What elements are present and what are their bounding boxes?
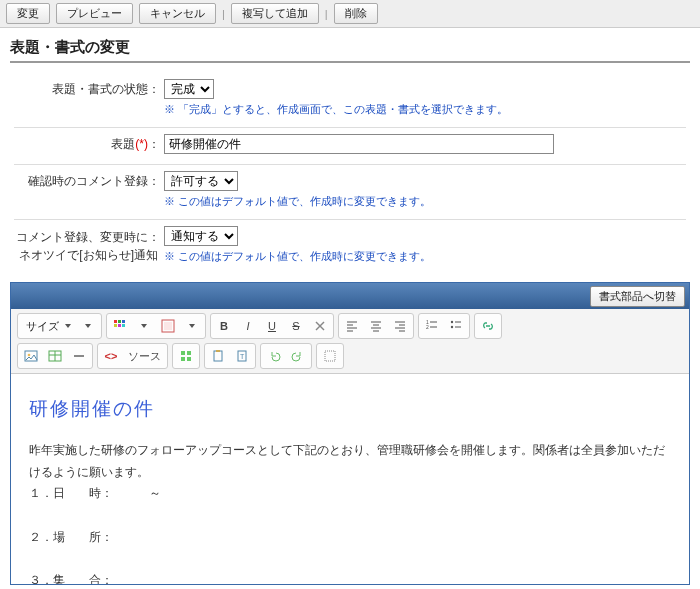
content-item: １．日 時： ～	[29, 483, 671, 505]
svg-rect-40	[214, 351, 222, 361]
preview-button[interactable]: プレビュー	[56, 3, 133, 24]
label-title: 表題(*)：	[14, 134, 164, 153]
svg-rect-5	[122, 324, 125, 327]
ordered-list-icon[interactable]: 12	[421, 316, 443, 336]
editor-toolbar: サイズ B I U S	[11, 309, 689, 374]
hr-icon[interactable]	[68, 346, 90, 366]
underline-icon[interactable]: U	[261, 316, 283, 336]
switch-parts-button[interactable]: 書式部品へ切替	[590, 286, 685, 307]
editor-header: 書式部品へ切替	[11, 283, 689, 309]
content-item: ３．集 合：	[29, 570, 671, 584]
delete-button[interactable]: 削除	[334, 3, 378, 24]
align-right-icon[interactable]	[389, 316, 411, 336]
hint-state: ※ 「完成」とすると、作成画面で、この表題・書式を選択できます。	[164, 102, 686, 117]
svg-rect-7	[164, 322, 172, 330]
svg-rect-38	[181, 357, 185, 361]
row-notify: コメント登録、変更時に： ネオツイで[お知らせ]通知 通知する ※ この値はデフ…	[14, 220, 686, 274]
svg-rect-36	[181, 351, 185, 355]
duplicate-button[interactable]: 複写して追加	[231, 3, 319, 24]
row-confirm-comment: 確認時のコメント登録： 許可する ※ この値はデフォルト値で、作成時に変更できま…	[14, 165, 686, 220]
content-item: ２．場 所：	[29, 527, 671, 549]
italic-icon[interactable]: I	[237, 316, 259, 336]
text-color-caret[interactable]	[133, 316, 155, 336]
hint-confirm-comment: ※ この値はデフォルト値で、作成時に変更できます。	[164, 194, 686, 209]
cancel-button[interactable]: キャンセル	[139, 3, 216, 24]
show-blocks-icon[interactable]	[319, 346, 341, 366]
redo-icon[interactable]	[287, 346, 309, 366]
paste-text-icon[interactable]: T	[231, 346, 253, 366]
page-title: 表題・書式の変更	[10, 34, 690, 63]
editor-body[interactable]: 研修開催の件 昨年実施した研修のフォローアップコースとして下記のとおり、管理職研…	[11, 374, 689, 584]
paste-icon[interactable]	[207, 346, 229, 366]
svg-rect-0	[114, 320, 117, 323]
select-notify[interactable]: 通知する	[164, 226, 238, 246]
font-size-combo[interactable]: サイズ	[20, 316, 75, 336]
label-state: 表題・書式の状態：	[14, 79, 164, 98]
bg-color-icon[interactable]	[157, 316, 179, 336]
align-left-icon[interactable]	[341, 316, 363, 336]
source-button[interactable]: ソース	[124, 346, 165, 366]
unordered-list-icon[interactable]	[445, 316, 467, 336]
bold-icon[interactable]: B	[213, 316, 235, 336]
bg-color-caret[interactable]	[181, 316, 203, 336]
hint-notify: ※ この値はデフォルト値で、作成時に変更できます。	[164, 249, 686, 264]
svg-rect-3	[114, 324, 117, 327]
svg-text:2: 2	[426, 324, 429, 330]
form-area: 表題・書式の状態： 完成 ※ 「完成」とすると、作成画面で、この表題・書式を選択…	[0, 63, 700, 278]
svg-rect-41	[216, 350, 220, 352]
align-center-icon[interactable]	[365, 316, 387, 336]
link-icon[interactable]	[477, 316, 499, 336]
svg-point-28	[451, 326, 453, 328]
row-state: 表題・書式の状態： 完成 ※ 「完成」とすると、作成画面で、この表題・書式を選択…	[14, 73, 686, 128]
svg-point-31	[28, 354, 31, 357]
toolbar-separator: |	[325, 8, 328, 20]
select-confirm-comment[interactable]: 許可する	[164, 171, 238, 191]
maximize-icon[interactable]	[175, 346, 197, 366]
label-notify: コメント登録、変更時に： ネオツイで[お知らせ]通知	[14, 226, 164, 264]
table-icon[interactable]	[44, 346, 66, 366]
content-intro: 昨年実施した研修のフォローアップコースとして下記のとおり、管理職研修会を開催しま…	[29, 440, 671, 483]
toolbar-separator: |	[222, 8, 225, 20]
svg-point-26	[451, 321, 453, 323]
label-confirm-comment: 確認時のコメント登録：	[14, 171, 164, 190]
text-color-icon[interactable]	[109, 316, 131, 336]
svg-rect-37	[187, 351, 191, 355]
input-title[interactable]	[164, 134, 554, 154]
top-toolbar: 変更 プレビュー キャンセル | 複写して追加 | 削除	[0, 0, 700, 28]
select-state[interactable]: 完成	[164, 79, 214, 99]
content-heading: 研修開催の件	[29, 392, 671, 426]
svg-rect-39	[187, 357, 191, 361]
font-size-caret[interactable]	[77, 316, 99, 336]
svg-rect-44	[325, 351, 335, 361]
svg-rect-1	[118, 320, 121, 323]
row-title: 表題(*)：	[14, 128, 686, 165]
svg-text:T: T	[240, 353, 245, 360]
svg-rect-2	[122, 320, 125, 323]
undo-icon[interactable]	[263, 346, 285, 366]
svg-rect-4	[118, 324, 121, 327]
remove-format-icon[interactable]	[309, 316, 331, 336]
strike-icon[interactable]: S	[285, 316, 307, 336]
update-button[interactable]: 変更	[6, 3, 50, 24]
source-icon[interactable]: <>	[100, 346, 122, 366]
editor: 書式部品へ切替 サイズ	[10, 282, 690, 585]
image-icon[interactable]	[20, 346, 42, 366]
